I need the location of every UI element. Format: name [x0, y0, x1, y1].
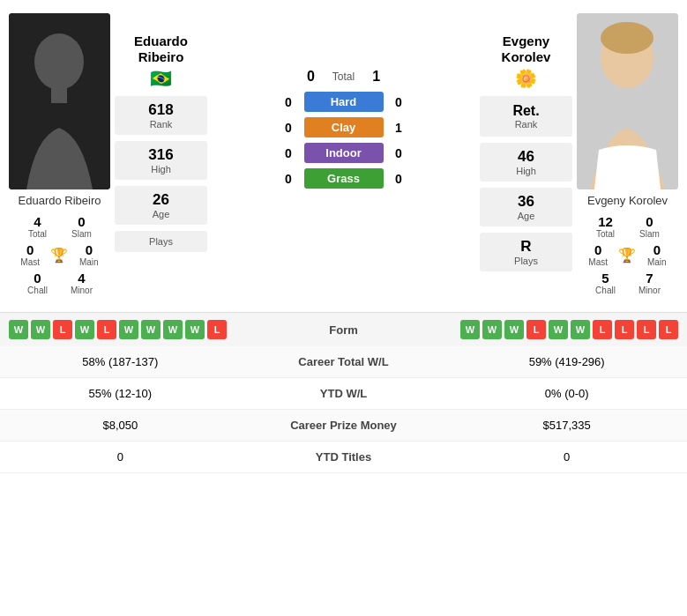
stats-table: 58% (187-137)Career Total W/L59% (419-29…: [0, 346, 687, 473]
right-total-val: 12: [584, 214, 628, 229]
left-trophy-icon: 🏆: [50, 248, 68, 263]
stats-table-row: 0YTD Titles0: [0, 442, 687, 473]
form-badge: W: [119, 320, 138, 339]
left-slam-val: 0: [60, 214, 104, 229]
left-flag: 🇧🇷: [115, 68, 207, 89]
stats-right-val: 0: [446, 442, 687, 473]
stats-right-val: 59% (419-296): [446, 346, 687, 378]
right-high-label: High: [483, 166, 569, 176]
right-player-name: Evgeny Korolev: [480, 33, 572, 65]
total-label: Total: [332, 71, 355, 83]
form-badge: L: [593, 320, 612, 339]
form-badge: W: [185, 320, 205, 339]
right-chall-val: 5: [584, 271, 628, 286]
left-main-val: 0: [74, 242, 103, 257]
left-total-label: Total: [16, 229, 60, 239]
right-form-badges: WWWLWWLLLL: [460, 320, 678, 339]
left-main-cell: 0 Main: [74, 242, 103, 267]
left-rank-label: Rank: [118, 119, 204, 130]
left-high-box: 316 High: [115, 141, 207, 180]
left-main-label: Main: [74, 257, 103, 267]
right-age-val: 36: [483, 193, 569, 211]
indoor-row: 0 Indoor 0: [212, 143, 475, 163]
right-rank-col: Evgeny Korolev 🌼 Ret. Rank 46 High 36 Ag…: [480, 13, 572, 299]
left-player-area: Eduardo Ribeiro 4 Total 0 Slam 0: [9, 13, 110, 299]
center-section: 0 Total 1 0 Hard 0 0 Clay 1 0 Indoor 0: [212, 13, 475, 299]
clay-surface-btn: Clay: [304, 117, 384, 137]
left-mast-label: Mast: [16, 257, 45, 267]
left-stats-row-1: 4 Total 0 Slam: [16, 214, 104, 239]
indoor-right-score: 0: [392, 146, 406, 160]
form-badge: W: [75, 320, 94, 339]
right-player-photo: [577, 13, 678, 189]
left-player-name: Eduardo Ribeiro: [115, 33, 207, 65]
left-age-label: Age: [118, 209, 204, 219]
left-slam-label: Slam: [60, 229, 104, 239]
left-plays-box: Plays: [115, 231, 207, 252]
hard-surface-btn: Hard: [304, 92, 384, 112]
right-age-label: Age: [483, 211, 569, 221]
main-container: Eduardo Ribeiro 4 Total 0 Slam 0: [0, 0, 687, 473]
right-age-box: 36 Age: [480, 188, 572, 226]
right-stats-row-1: 12 Total 0 Slam: [584, 214, 672, 239]
left-name-area: Eduardo Ribeiro 🇧🇷: [115, 33, 207, 89]
left-trophy: 🏆: [45, 247, 74, 263]
total-left-score: 0: [307, 69, 315, 85]
right-player-area: Evgeny Korolev 12 Total 0 Slam 0: [577, 13, 678, 299]
left-slam-cell: 0 Slam: [60, 214, 104, 239]
left-minor-label: Minor: [60, 286, 104, 295]
stats-right-val: $517,335: [446, 410, 687, 442]
left-high-val: 316: [118, 146, 204, 164]
right-name-area: Evgeny Korolev 🌼: [480, 33, 572, 89]
grass-row: 0 Grass 0: [212, 168, 475, 189]
left-age-box: 26 Age: [115, 186, 207, 225]
left-chall-cell: 0 Chall: [16, 271, 60, 295]
right-trophy-icon: 🏆: [618, 248, 636, 263]
right-player-name-below: Evgeny Korolev: [587, 194, 668, 207]
hard-row: 0 Hard 0: [212, 92, 475, 112]
stats-left-val: $8,050: [0, 410, 241, 442]
grass-surface-btn: Grass: [304, 168, 384, 189]
clay-row: 0 Clay 1: [212, 117, 475, 137]
right-stats-row-3: 5 Chall 7 Minor: [584, 271, 672, 295]
left-chall-val: 0: [16, 271, 60, 286]
left-age-val: 26: [118, 191, 204, 209]
right-plays-box: R Plays: [480, 233, 572, 271]
total-row: 0 Total 1: [307, 69, 380, 85]
form-badge: W: [549, 320, 568, 339]
right-mast-label: Mast: [584, 257, 613, 267]
stats-center-label: Career Prize Money: [241, 410, 447, 442]
right-high-box: 46 High: [480, 143, 572, 182]
left-rank-col: Eduardo Ribeiro 🇧🇷 618 Rank 316 High 26 …: [115, 13, 207, 299]
svg-point-5: [601, 22, 653, 54]
form-badge: W: [141, 320, 161, 339]
form-badge: W: [460, 320, 480, 339]
right-rank-label: Rank: [487, 119, 565, 130]
form-section: WWLWLWWWWL Form WWWLWWLLLL: [0, 312, 687, 346]
left-stats-row-2: 0 Mast 🏆 0 Main: [16, 242, 104, 267]
stats-table-row: $8,050Career Prize Money$517,335: [0, 410, 687, 442]
right-slam-cell: 0 Slam: [628, 214, 672, 239]
right-trophy: 🏆: [613, 247, 642, 263]
right-stats-row-2: 0 Mast 🏆 0 Main: [584, 242, 672, 267]
right-rank-box: Ret. Rank: [480, 96, 572, 137]
right-minor-cell: 7 Minor: [628, 271, 672, 295]
stats-left-val: 55% (12-10): [0, 378, 241, 410]
left-player-name-below: Eduardo Ribeiro: [19, 194, 101, 207]
left-total-val: 4: [16, 214, 60, 229]
left-minor-val: 4: [60, 271, 104, 286]
left-minor-cell: 4 Minor: [60, 271, 104, 295]
stats-table-row: 55% (12-10)YTD W/L0% (0-0): [0, 378, 687, 410]
left-rank-box: 618 Rank: [115, 96, 207, 135]
stats-center-label: YTD W/L: [241, 378, 447, 410]
right-main-cell: 0 Main: [642, 242, 671, 267]
form-badge: L: [637, 320, 656, 339]
right-plays-val: R: [483, 238, 569, 256]
stats-center-label: Career Total W/L: [241, 346, 447, 378]
stats-center-label: YTD Titles: [241, 442, 447, 473]
form-badge: W: [31, 320, 50, 339]
right-slam-val: 0: [628, 214, 672, 229]
right-high-val: 46: [483, 148, 569, 166]
grass-left-score: 0: [282, 172, 295, 186]
right-mast-val: 0: [584, 242, 613, 257]
